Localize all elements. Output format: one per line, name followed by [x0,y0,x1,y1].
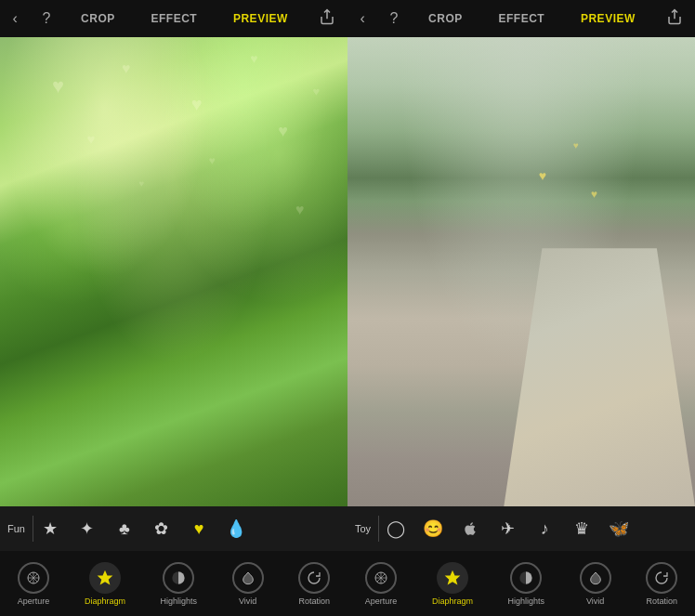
left-photo: ♥ ♥ ♥ ♥ ♥ ♥ ♥ ♥ ♥ ♥ [0,37,348,506]
left-vivid-icon [232,562,264,594]
right-filter-music[interactable]: ♪ [530,514,559,544]
right-nav-bar: ‹ ? CROP EFFECT PREVIEW [348,0,695,37]
right-diaphragm-icon [437,562,468,594]
right-vivid-icon [580,562,611,594]
right-highlights-icon [510,562,542,594]
left-nav-bar: ‹ ? CROP EFFECT PREVIEW [0,0,348,37]
right-photo: ♥ ♥ ♥ [348,37,695,506]
right-filter-crown[interactable]: ♛ [567,514,597,544]
right-filter-apple[interactable] [455,514,485,544]
right-preview-tab[interactable]: PREVIEW [575,8,641,29]
left-filter-divider [33,516,33,542]
left-preview-tab[interactable]: PREVIEW [228,8,294,29]
svg-marker-5 [98,570,113,584]
right-highlights-label: Highlights [508,596,545,606]
right-filter-butterfly[interactable]: 🦋 [604,514,634,544]
left-share-button[interactable] [319,8,335,29]
right-vivid-label: Vivid [586,596,604,606]
left-aperture-icon [18,562,49,594]
left-highlights-icon [163,562,194,594]
left-tool-highlights[interactable]: Highlights [161,562,198,606]
right-filter-label: Toy [355,523,371,534]
right-tool-highlights[interactable]: Highlights [508,562,545,606]
right-crop-tab[interactable]: CROP [423,8,468,29]
right-diaphragm-label: Diaphragm [432,596,473,606]
right-aperture-icon [365,562,397,594]
left-filter-star4[interactable]: ✦ [72,514,102,544]
right-aperture-label: Aperture [365,596,398,606]
right-filter-strip: Toy ◯ 😊 ✈ ♪ ♛ 🦋 [348,506,695,551]
right-tool-rotation[interactable]: Rotation [646,562,677,606]
left-panel: ‹ ? CROP EFFECT PREVIEW ♥ ♥ ♥ ♥ ♥ ♥ ♥ ♥ … [0,0,348,616]
left-filter-club[interactable]: ♣ [110,514,139,544]
left-tool-vivid[interactable]: Vivid [232,562,264,606]
left-tool-rotation[interactable]: Rotation [298,562,330,606]
right-filter-divider [378,516,379,542]
left-help-button[interactable]: ? [42,10,50,27]
right-tool-aperture[interactable]: Aperture [365,562,398,606]
right-filter-smiley[interactable]: 😊 [418,514,448,544]
left-bokeh-overlay: ♥ ♥ ♥ ♥ ♥ ♥ ♥ ♥ ♥ ♥ [0,37,348,506]
left-filter-drop[interactable]: 💧 [221,514,251,544]
right-back-button[interactable]: ‹ [360,10,364,27]
right-help-button[interactable]: ? [389,10,398,27]
right-path-overlay [504,248,695,506]
right-tool-diaphragm[interactable]: Diaphragm [432,562,473,606]
left-filter-label: Fun [7,523,25,534]
right-rotation-icon [646,562,677,594]
left-rotation-icon [298,562,330,594]
right-share-button[interactable] [666,8,683,29]
left-filter-star5[interactable]: ★ [35,514,65,544]
left-filter-items: ★ ✦ ♣ ✿ ♥ 💧 [35,514,251,544]
left-diaphragm-label: Diaphragm [85,596,125,606]
right-tool-bar: Aperture Diaphragm Highlights [348,551,695,616]
left-filter-strip: Fun ★ ✦ ♣ ✿ ♥ 💧 [0,506,348,551]
svg-marker-11 [445,570,461,584]
left-tool-aperture[interactable]: Aperture [18,562,50,606]
left-diaphragm-icon [89,562,121,594]
left-tool-diaphragm[interactable]: Diaphragm [85,562,125,606]
right-tool-vivid[interactable]: Vivid [580,562,611,606]
left-tool-bar: Aperture Diaphragm Highlights [0,551,348,616]
right-filter-items: ◯ 😊 ✈ ♪ ♛ 🦋 [381,514,634,544]
right-effect-tab[interactable]: EFFECT [493,8,551,29]
left-vivid-label: Vivid [239,596,256,606]
right-filter-plane[interactable]: ✈ [492,514,522,544]
right-panel: ‹ ? CROP EFFECT PREVIEW ♥ ♥ ♥ Toy ◯ 😊 [348,0,695,616]
left-back-button[interactable]: ‹ [12,10,17,27]
left-highlights-label: Highlights [161,596,198,606]
right-rotation-label: Rotation [646,596,677,606]
right-filter-bubble[interactable]: ◯ [381,514,411,544]
left-rotation-label: Rotation [298,596,330,606]
left-effect-tab[interactable]: EFFECT [146,8,203,29]
left-filter-heart[interactable]: ♥ [184,514,214,544]
left-crop-tab[interactable]: CROP [75,8,121,29]
left-aperture-label: Aperture [18,596,50,606]
left-filter-flower[interactable]: ✿ [147,514,177,544]
